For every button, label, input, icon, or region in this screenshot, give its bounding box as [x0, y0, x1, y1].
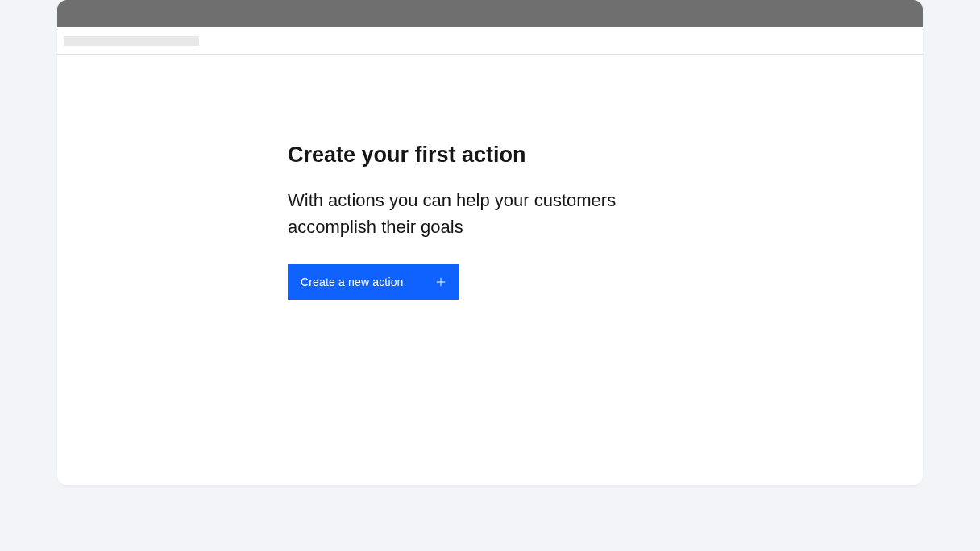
main-content: Create your first action With actions yo… [57, 55, 923, 485]
plus-icon [434, 276, 447, 288]
page-description: With actions you can help your customers… [288, 187, 658, 240]
create-action-button-label: Create a new action [301, 276, 404, 288]
toolbar-placeholder [64, 36, 199, 46]
toolbar [57, 27, 923, 55]
create-action-button[interactable]: Create a new action [288, 264, 459, 300]
window-titlebar [57, 0, 923, 27]
page-heading: Create your first action [288, 142, 891, 169]
app-window: Create your first action With actions yo… [57, 0, 923, 485]
